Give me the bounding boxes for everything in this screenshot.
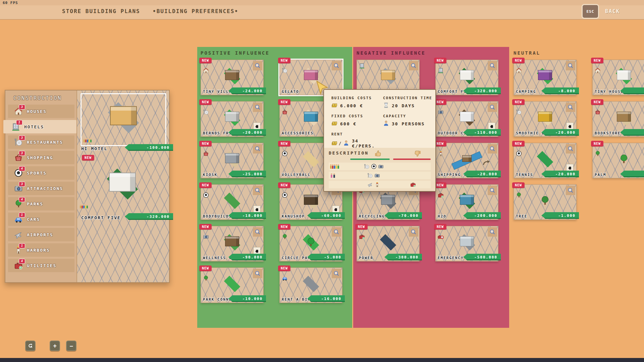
rotate-button[interactable] — [25, 341, 36, 351]
building-card-rent-a-bike[interactable]: NEWRENT A BIKE-16.000 — [279, 267, 342, 303]
building-card-kiosk[interactable]: NEWKIOSK-25.000 — [201, 143, 264, 178]
building-name: TINY VILLA — [203, 89, 232, 94]
building-card-tiny-house[interactable]: NEWTINY HOUSE — [592, 60, 644, 95]
building-card-park-connection-ii[interactable]: NEWPARK CONNECTION II-10.000 — [201, 267, 264, 303]
magnifier-icon[interactable] — [253, 103, 262, 112]
building-card-smoothie-bar[interactable]: NEWSMOOTHIE BAR-20.000 — [514, 101, 577, 137]
back-button[interactable]: BACK — [605, 8, 620, 14]
building-card-comfort-five[interactable]: NEWCOMFORT FIVE-320.000 — [435, 60, 498, 95]
magnifier-icon[interactable] — [253, 61, 262, 70]
building-name: TREE — [516, 214, 528, 219]
sidebar-item-attractions[interactable]: 3 ATTRACTIONS — [8, 182, 74, 195]
new-badge: NEW — [434, 224, 446, 230]
sports-icon: 4 — [14, 169, 23, 177]
sidebar-item-harbors[interactable]: 1 HARBORS — [8, 243, 74, 257]
magnifier-icon[interactable] — [253, 186, 262, 195]
sidebar-item-label: CARS — [27, 217, 40, 222]
magnifier-icon[interactable] — [409, 61, 418, 70]
building-card-tiny-villa[interactable]: NEWTINY VILLA-24.000 — [201, 60, 264, 95]
building-card-bernds-fries[interactable]: NEWBERNDS FRIES-20.000 — [201, 101, 264, 137]
price-banner: -20.000 — [541, 129, 579, 136]
parks-icon — [516, 192, 522, 198]
magnifier-icon[interactable] — [488, 144, 497, 154]
building-card-tree[interactable]: NEWTREE-1.000 — [514, 184, 577, 220]
shopping-icon — [282, 109, 288, 115]
building-card[interactable] — [80, 161, 164, 211]
magnifier-icon[interactable] — [566, 186, 575, 195]
building-card-wellness-center[interactable]: NEWWELLNESS CENTER-90.000 — [201, 226, 264, 261]
building-name: KIOSK — [203, 173, 217, 177]
building-card-shipping-s[interactable]: NEWSHIPPING S-20.000 — [435, 143, 498, 178]
price-banner — [620, 129, 644, 136]
magnifier-icon[interactable] — [332, 269, 341, 278]
description-row — [329, 163, 431, 170]
sidebar-item-label: PARKS — [27, 201, 43, 206]
magnifier-icon[interactable] — [488, 103, 497, 112]
magnifier-icon[interactable] — [332, 61, 341, 70]
sidebar-item-restaurants[interactable]: 3 RESTAURANTS — [8, 135, 74, 149]
selected-building-frame[interactable] — [80, 93, 166, 146]
building-card-palm[interactable]: NEWPALM — [592, 143, 644, 178]
magnifier-icon[interactable] — [566, 61, 575, 70]
new-badge: NEW — [512, 141, 525, 146]
new-badge: NEW — [355, 224, 368, 230]
sidebar-item-shopping[interactable]: 3 SHOPPING — [8, 151, 74, 164]
people-group-icon — [80, 204, 89, 209]
sidebar-item-airports[interactable]: AIRPORTS — [8, 228, 74, 241]
tab-building-preferences[interactable]: •BUILDING PREFERENCES• — [153, 8, 238, 14]
price-banner: -70.000 — [384, 212, 422, 219]
thumbs-down-icon — [414, 150, 421, 157]
sidebar-item-label: SPORTS — [27, 171, 47, 176]
price-banner — [620, 171, 644, 177]
magnifier-icon[interactable] — [566, 144, 575, 154]
building-card-power[interactable]: NEWPOWER-300.000 — [357, 226, 420, 261]
sidebar-item-utilities[interactable]: 4 UTILITIES — [8, 259, 74, 272]
magnifier-icon[interactable] — [488, 227, 497, 237]
esc-key-button[interactable]: ESC — [582, 4, 599, 19]
building-card-outdoor-cinema[interactable]: NEWOUTDOOR CINEMA-110.000 — [435, 101, 498, 137]
tab-store-building-plans[interactable]: STORE BUILDING PLANS — [62, 8, 140, 14]
building-name: TINY HOUSE — [595, 89, 624, 94]
zoom-out-button[interactable]: − — [66, 341, 76, 351]
price-banner — [620, 87, 644, 94]
game-screen: { "fps_label": "60 FPS", "header": { "ta… — [0, 0, 644, 362]
new-badge: NEW — [512, 58, 525, 63]
new-badge: NEW — [199, 224, 212, 230]
sidebar-item-sports[interactable]: 4 SPORTS — [8, 166, 74, 180]
restaurants-icon — [516, 109, 522, 115]
sidebar-item-hotels[interactable]: 1 HOTELS — [3, 120, 76, 133]
sidebar-item-houses[interactable]: 3 HOUSES — [8, 105, 74, 118]
building-card-h2o[interactable]: NEWH2O-200.000 — [435, 184, 498, 220]
description-section: DESCRIPTION — [324, 148, 435, 191]
building-name: KANUSHOP — [282, 214, 305, 219]
building-card-bodybuilding[interactable]: NEWBODYBUILDING-18.000 — [201, 184, 264, 220]
building-name: VOLLEYBALL — [282, 173, 311, 177]
building-card-camping[interactable]: NEWCAMPING-8.000 — [514, 60, 577, 95]
thumbs-up-icon — [374, 150, 382, 157]
building-card-bookstore[interactable]: NEWBOOKSTORE — [592, 101, 644, 137]
construction-time-stat: CONSTRUCTION TIME 20 DAYS — [383, 96, 435, 109]
magnifier-icon[interactable] — [253, 144, 262, 154]
people-couple-icon — [330, 173, 336, 179]
magnifier-icon[interactable] — [409, 227, 418, 237]
building-name: HI MOTEL — [81, 146, 108, 151]
zoom-in-button[interactable]: + — [50, 341, 60, 351]
utilities-icon — [359, 234, 365, 240]
price-banner: -16.000 — [307, 295, 345, 302]
people-group-icon — [84, 138, 92, 143]
magnifier-icon[interactable] — [253, 227, 262, 237]
sidebar-item-cars[interactable]: 1 CARS — [8, 213, 74, 226]
building-card-emergency[interactable]: NEWEMERGENCY-500.000 — [435, 226, 498, 261]
building-card-circle-park[interactable]: NEWCIRCLE PARK-5.000 — [279, 226, 342, 261]
magnifier-icon[interactable] — [253, 269, 262, 278]
magnifier-icon[interactable] — [488, 61, 497, 70]
sidebar-item-parks[interactable]: 4 PARKS — [8, 197, 74, 210]
price-banner: -90.000 — [228, 254, 266, 260]
magnifier-icon[interactable] — [488, 186, 497, 195]
magnifier-icon[interactable] — [332, 227, 341, 237]
harbors-icon: 1 — [14, 246, 23, 254]
price-banner: -25.000 — [228, 171, 266, 177]
new-badge: NEW — [512, 182, 525, 188]
building-card-tennis[interactable]: NEWTENNIS-20.000 — [514, 143, 577, 178]
magnifier-icon[interactable] — [566, 103, 575, 112]
